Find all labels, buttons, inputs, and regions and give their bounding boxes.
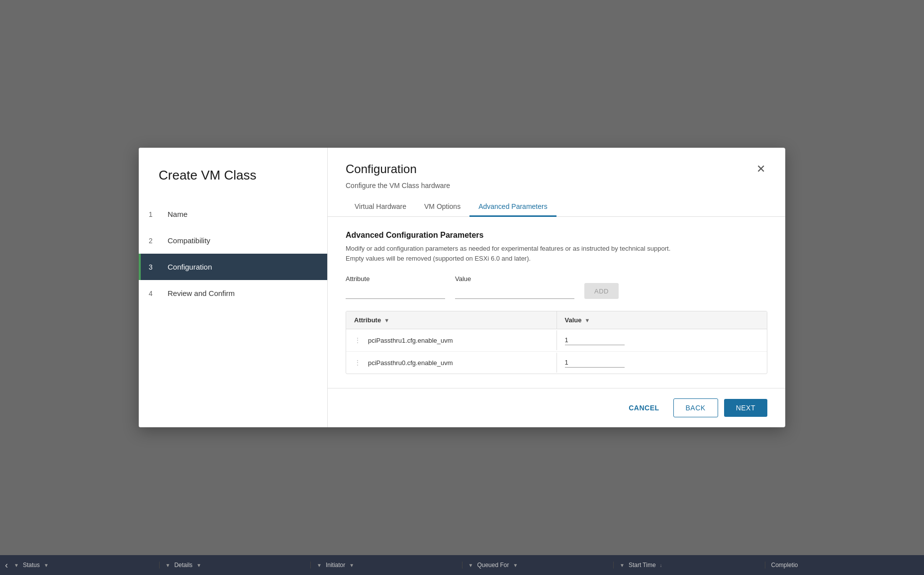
row2-value-input[interactable] (565, 358, 625, 368)
row1-drag-handle[interactable]: ⋮ (354, 336, 361, 344)
step-4-review[interactable]: 4 Review and Confirm (139, 280, 327, 306)
modal-header: Configuration ✕ (328, 148, 785, 177)
next-button[interactable]: NEXT (724, 399, 767, 417)
bottom-bar: ‹ ▼ Status ▼ ▼ Details ▼ ▼ Initiator ▼ ▼… (0, 555, 924, 575)
main-content: Configuration ✕ Configure the VM Class h… (328, 148, 785, 427)
queued-sort-icon[interactable]: ▼ (513, 563, 518, 568)
bottom-col-start-time: ▼ Start Time ↓ (614, 562, 765, 569)
tab-virtual-hardware[interactable]: Virtual Hardware (346, 197, 415, 217)
close-button[interactable]: ✕ (754, 162, 767, 177)
table-row: ⋮ pciPassthru1.cfg.enable_uvm (346, 329, 767, 352)
row2-value-cell (557, 352, 767, 374)
step-3-label: Configuration (168, 263, 212, 271)
value-field-label: Value (455, 275, 574, 283)
start-filter-icon[interactable]: ▼ (620, 563, 625, 568)
table-header: Attribute ▼ Value ▼ (346, 311, 767, 329)
start-time-label: Start Time (629, 562, 656, 569)
details-label: Details (174, 562, 192, 569)
attribute-field-group: Attribute (346, 275, 445, 299)
step-4-indicator (139, 280, 141, 306)
queued-label: Queued For (477, 562, 509, 569)
tab-advanced-parameters[interactable]: Advanced Parameters (469, 197, 556, 217)
step-3-number: 3 (149, 263, 164, 271)
row1-attribute-cell: ⋮ pciPassthru1.cfg.enable_uvm (346, 330, 557, 350)
status-label: Status (23, 562, 40, 569)
add-button[interactable]: ADD (584, 283, 619, 299)
step-1-name[interactable]: 1 Name (139, 201, 327, 227)
cancel-button[interactable]: CANCEL (621, 399, 667, 417)
row1-value-input[interactable] (565, 335, 625, 345)
value-input[interactable] (455, 287, 574, 299)
attribute-filter-icon[interactable]: ▼ (384, 317, 389, 323)
create-vm-class-modal: Create VM Class 1 Name 2 Compatibility 3… (139, 148, 785, 427)
status-sort-icon[interactable]: ▼ (44, 563, 49, 568)
step-3-indicator (139, 254, 141, 280)
th-attribute: Attribute ▼ (346, 311, 557, 329)
step-2-compatibility[interactable]: 2 Compatibility (139, 227, 327, 254)
row1-value-cell (557, 329, 767, 351)
add-parameter-form: Attribute Value ADD (346, 275, 767, 299)
modal-overlay: Create VM Class 1 Name 2 Compatibility 3… (0, 0, 924, 575)
step-3-configuration[interactable]: 3 Configuration (139, 254, 327, 280)
th-attribute-label: Attribute (354, 316, 381, 324)
modal-subtitle: Configure the VM Class hardware (328, 177, 785, 190)
modal-footer: CANCEL BACK NEXT (328, 388, 785, 427)
start-sort-icon[interactable]: ↓ (660, 563, 662, 568)
th-value: Value ▼ (557, 311, 767, 329)
row2-drag-handle[interactable]: ⋮ (354, 359, 361, 367)
initiator-filter-icon[interactable]: ▼ (317, 563, 322, 568)
modal-title: Configuration (346, 162, 417, 176)
bottom-col-initiator: ▼ Initiator ▼ (311, 562, 462, 569)
step-1-number: 1 (149, 210, 164, 218)
bottom-col-status: ▼ Status ▼ (8, 562, 160, 569)
step-1-indicator (139, 201, 141, 227)
section-title: Advanced Configuration Parameters (346, 231, 767, 240)
table-row: ⋮ pciPassthru0.cfg.enable_uvm (346, 352, 767, 374)
step-2-number: 2 (149, 237, 164, 245)
initiator-sort-icon[interactable]: ▼ (349, 563, 354, 568)
content-area: Advanced Configuration Parameters Modify… (328, 217, 785, 388)
details-filter-icon[interactable]: ▼ (166, 563, 171, 568)
bottom-col-details: ▼ Details ▼ (160, 562, 311, 569)
step-4-label: Review and Confirm (168, 289, 235, 297)
section-desc-line2: Empty values will be removed (supported … (346, 255, 531, 262)
back-button[interactable]: BACK (673, 398, 718, 417)
step-4-number: 4 (149, 289, 164, 297)
left-arrow-button[interactable]: ‹ (5, 560, 8, 571)
tab-bar: Virtual Hardware VM Options Advanced Par… (328, 197, 785, 217)
step-1-label: Name (168, 210, 187, 218)
wizard-sidebar: Create VM Class 1 Name 2 Compatibility 3… (139, 148, 328, 427)
bottom-col-queued: ▼ Queued For ▼ (462, 562, 614, 569)
th-value-label: Value (565, 316, 582, 324)
value-field-group: Value (455, 275, 574, 299)
details-sort-icon[interactable]: ▼ (196, 563, 201, 568)
row2-attribute-cell: ⋮ pciPassthru0.cfg.enable_uvm (346, 353, 557, 373)
steps-list: 1 Name 2 Compatibility 3 Configuration 4 (139, 201, 327, 306)
queued-filter-icon[interactable]: ▼ (468, 563, 473, 568)
section-desc-line1: Modify or add configuration parameters a… (346, 245, 670, 252)
completion-label: Completio (771, 562, 798, 569)
section-description: Modify or add configuration parameters a… (346, 244, 767, 263)
step-2-indicator (139, 227, 141, 254)
tab-vm-options[interactable]: VM Options (415, 197, 469, 217)
status-filter-icon[interactable]: ▼ (14, 563, 19, 568)
bottom-col-completion: Completio (765, 562, 917, 569)
attribute-input[interactable] (346, 287, 445, 299)
attribute-field-label: Attribute (346, 275, 445, 283)
row1-attribute-value: pciPassthru1.cfg.enable_uvm (368, 337, 453, 344)
sidebar-title: Create VM Class (139, 168, 327, 201)
value-filter-icon[interactable]: ▼ (584, 317, 590, 323)
row2-attribute-value: pciPassthru0.cfg.enable_uvm (368, 359, 453, 367)
params-table: Attribute ▼ Value ▼ ⋮ pciPassthru1.cfg.e… (346, 311, 767, 374)
initiator-label: Initiator (326, 562, 345, 569)
step-2-label: Compatibility (168, 236, 210, 245)
